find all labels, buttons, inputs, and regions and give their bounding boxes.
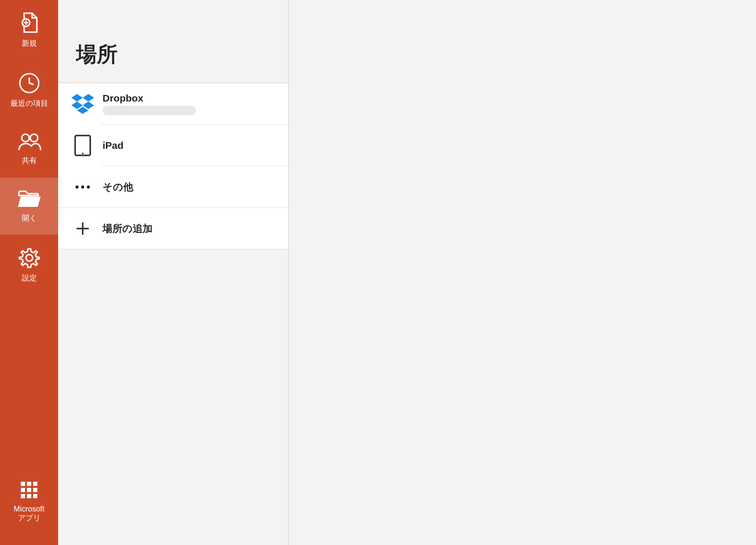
- plus-icon: [71, 217, 94, 240]
- sidebar-item-recent[interactable]: 最近の項目: [0, 60, 58, 120]
- svg-rect-13: [21, 494, 25, 498]
- sidebar-bottom: Microsoft アプリ: [0, 468, 58, 545]
- panel-header: 場所: [58, 0, 288, 83]
- svg-point-4: [22, 134, 29, 142]
- more-icon: [71, 176, 94, 198]
- grid-apps-icon: [20, 481, 39, 500]
- sidebar-item-shared[interactable]: 共有: [0, 120, 58, 177]
- sidebar-item-microsoft-apps[interactable]: Microsoft アプリ: [0, 468, 58, 535]
- places-list: Dropbox iPad その他: [58, 83, 288, 249]
- sidebar-item-label: 開く: [22, 213, 37, 222]
- svg-point-5: [30, 134, 38, 142]
- place-text: その他: [103, 180, 133, 194]
- sidebar-item-open[interactable]: 開く: [0, 178, 58, 235]
- sidebar-item-label: 新規: [22, 39, 37, 48]
- place-item-dropbox[interactable]: Dropbox: [58, 83, 288, 125]
- svg-rect-8: [27, 482, 31, 486]
- place-subtitle-redacted: [103, 106, 196, 115]
- svg-point-6: [26, 255, 33, 261]
- content-area: [289, 0, 756, 545]
- sidebar-top: 新規 最近の項目 共有 開く: [0, 0, 58, 468]
- svg-rect-12: [33, 488, 37, 492]
- place-text: Dropbox: [103, 93, 196, 115]
- folder-open-icon: [17, 190, 42, 209]
- place-text: iPad: [103, 140, 123, 151]
- svg-point-23: [76, 185, 78, 188]
- page-title: 場所: [76, 41, 118, 68]
- place-label: Dropbox: [103, 93, 196, 104]
- svg-rect-7: [21, 482, 25, 486]
- sidebar-item-new[interactable]: 新規: [0, 0, 58, 60]
- sidebar-item-label: Microsoft アプリ: [14, 504, 44, 522]
- svg-rect-10: [21, 488, 25, 492]
- place-item-add[interactable]: 場所の追加: [58, 208, 288, 249]
- svg-rect-9: [33, 482, 37, 486]
- svg-marker-16: [71, 94, 83, 102]
- places-panel: 場所 Dropbox: [58, 0, 289, 545]
- sidebar-item-settings[interactable]: 設定: [0, 235, 58, 295]
- new-file-icon: [20, 12, 39, 34]
- sidebar-item-label: 設定: [22, 273, 37, 282]
- people-icon: [17, 132, 42, 151]
- svg-point-24: [81, 185, 84, 188]
- place-label: その他: [103, 180, 133, 194]
- place-label: 場所の追加: [103, 222, 153, 235]
- sidebar-item-label: 共有: [22, 156, 37, 165]
- gear-icon: [18, 247, 40, 269]
- place-text: 場所の追加: [103, 222, 153, 235]
- dropbox-icon: [71, 93, 94, 115]
- svg-marker-17: [83, 94, 94, 102]
- svg-point-25: [87, 185, 90, 188]
- svg-point-22: [82, 153, 84, 154]
- svg-rect-21: [75, 136, 90, 155]
- place-item-ipad[interactable]: iPad: [58, 125, 288, 166]
- place-item-more[interactable]: その他: [58, 166, 288, 208]
- ipad-icon: [71, 134, 94, 157]
- sidebar: 新規 最近の項目 共有 開く: [0, 0, 58, 545]
- svg-rect-15: [33, 494, 37, 498]
- sidebar-item-label: 最近の項目: [10, 99, 48, 108]
- place-label: iPad: [103, 140, 123, 151]
- svg-rect-14: [27, 494, 31, 498]
- svg-rect-11: [27, 488, 31, 492]
- clock-icon: [18, 72, 40, 94]
